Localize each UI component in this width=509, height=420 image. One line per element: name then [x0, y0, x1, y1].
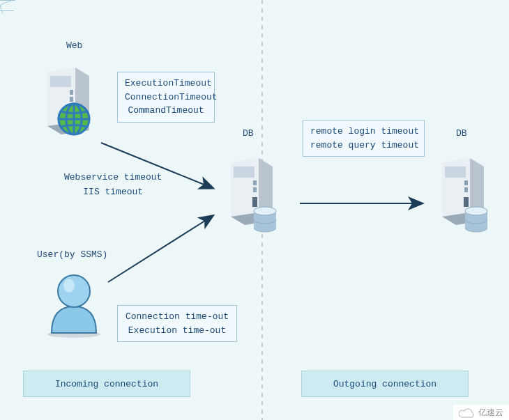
incoming-connection-box: Incoming connection — [23, 371, 190, 397]
svg-rect-16 — [253, 180, 257, 185]
user-label: User(by SSMS) — [37, 249, 107, 260]
webservice-iis-text: Webservice timeout IIS timeout — [64, 171, 162, 200]
svg-point-20 — [254, 207, 276, 215]
callout-line: ConnectionTimeout — [125, 91, 207, 104]
svg-rect-17 — [253, 187, 257, 192]
outgoing-connection-box: Outgoing connection — [301, 371, 469, 397]
midtext-line: IIS timeout — [64, 185, 162, 200]
callout-line: Connection time-out — [125, 310, 229, 324]
web-timeouts-callout: ExecutionTimeout ConnectionTimeout Comma… — [117, 72, 215, 123]
svg-rect-4 — [70, 90, 73, 95]
db2-server-icon — [430, 157, 499, 233]
arrow-user-db — [108, 216, 213, 282]
svg-rect-26 — [464, 187, 468, 192]
callout-line: remote query timeout — [310, 139, 417, 153]
db2-label: DB — [456, 128, 467, 139]
svg-rect-15 — [234, 166, 254, 178]
svg-rect-18 — [252, 197, 257, 207]
svg-rect-25 — [464, 180, 468, 185]
callout-line: CommandTimeout — [125, 104, 207, 118]
remote-callout-connector — [0, 0, 22, 14]
user-icon — [46, 272, 105, 338]
svg-point-31 — [58, 275, 90, 307]
cloud-icon — [459, 407, 476, 419]
watermark-text: 亿速云 — [478, 407, 503, 419]
watermark: 亿速云 — [453, 405, 509, 420]
db1-server-icon — [218, 157, 288, 233]
callout-line: Execution time-out — [125, 324, 229, 338]
svg-rect-27 — [464, 197, 469, 207]
db1-label: DB — [243, 128, 254, 139]
callout-line: remote login timeout — [310, 125, 417, 139]
svg-rect-5 — [70, 97, 73, 102]
midtext-line: Webservice timeout — [64, 171, 162, 185]
svg-point-29 — [465, 207, 487, 215]
web-label: Web — [66, 40, 82, 51]
incoming-label: Incoming connection — [55, 379, 158, 389]
svg-point-32 — [63, 279, 75, 293]
remote-timeouts-callout: remote login timeout remote query timeou… — [303, 120, 425, 157]
svg-rect-3 — [50, 76, 71, 87]
user-timeouts-callout: Connection time-out Execution time-out — [117, 305, 237, 342]
svg-rect-24 — [445, 166, 466, 178]
web-server-icon — [35, 66, 105, 143]
outgoing-label: Outgoing connection — [333, 379, 436, 389]
callout-line: ExecutionTimeout — [125, 77, 207, 91]
